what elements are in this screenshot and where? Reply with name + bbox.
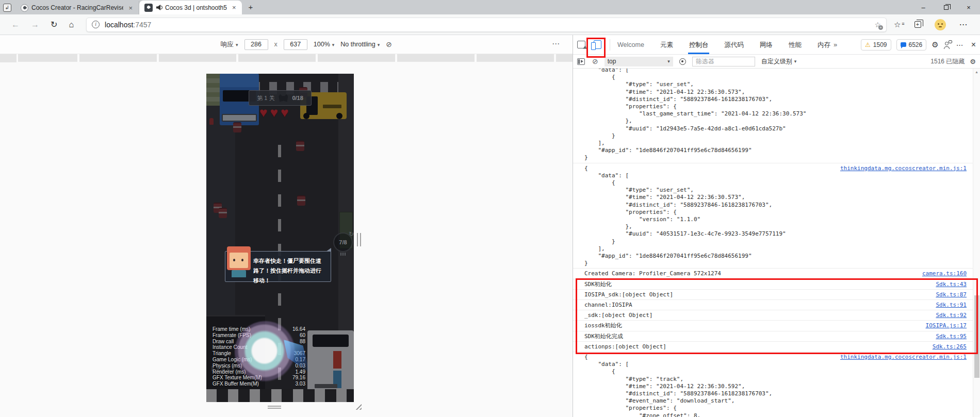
console-filter-input[interactable] <box>692 57 755 66</box>
devtools-panel: Welcome元素控制台源代码网络性能内存 » ⚠1509 6526 ⚙ ⋯ ×… <box>573 35 980 417</box>
devtools-tabs: Welcome元素控制台源代码网络性能内存 <box>616 36 831 54</box>
survivor-avatar <box>227 246 251 278</box>
devtools-settings-icon[interactable]: ⚙ <box>932 40 938 49</box>
cocos-3d-favicon <box>144 4 153 12</box>
viewport-width-input[interactable] <box>244 39 268 50</box>
stat-label: GFX Buffer Mem(M) <box>213 381 259 387</box>
stat-value: 16.64 <box>292 326 305 332</box>
device-mode-dropdown[interactable]: 响应▾ <box>221 40 238 49</box>
clear-console-icon[interactable]: ⊘ <box>592 57 598 65</box>
console-json-message: "data": [ { "#type": "user_set", "#time"… <box>573 69 980 163</box>
favorites-bar-icon[interactable]: ☆≡ <box>894 20 901 29</box>
home-button[interactable]: ⌂ <box>69 20 74 29</box>
devtools-tab[interactable]: 控制台 <box>688 36 710 54</box>
tab-close-icon[interactable]: × <box>231 4 237 11</box>
console-settings-icon[interactable]: ⚙ <box>970 58 976 65</box>
game-viewport[interactable]: 第 1 关 0/18 ♥♥♥ 7/8 ↻ 幸存者快走！僵尸要围住道路了！按住摇杆… <box>206 74 354 402</box>
warnings-badge[interactable]: ⚠1509 <box>861 39 891 51</box>
restore-icon <box>944 5 949 10</box>
console-message-text: { "data": [ { "#type": "track", "#time":… <box>584 354 892 417</box>
url-text: localhost:7457 <box>105 21 151 29</box>
source-link[interactable]: thinkingdata.mg.cocoscreator.min.js:1 <box>840 354 967 361</box>
throttling-dropdown[interactable]: No throttling▾ <box>340 41 380 48</box>
window-controls: – × <box>912 0 980 14</box>
devtools-menu-icon[interactable]: ⋯ <box>956 41 964 49</box>
address-bar[interactable]: i localhost:7457 ☆+ <box>86 18 887 32</box>
profile-avatar[interactable] <box>935 19 946 30</box>
stat-value: 60 <box>300 332 305 339</box>
tutorial-dialog: 幸存者快走！僵尸要围住道路了！按住摇杆并拖动进行移动！ <box>225 251 331 282</box>
new-tab-button[interactable]: + <box>248 3 253 11</box>
collections-icon[interactable]: + <box>914 21 921 28</box>
device-toolbar: 响应▾ x 100%▾ No throttling▾ ⊘ ⋯ <box>0 35 573 54</box>
browser-tab-cocos-3d[interactable]: Cocos 3d | ontshooth5 × <box>139 1 242 14</box>
back-button[interactable]: ← <box>11 20 20 29</box>
console-toolbar: ⊘ top▾ 自定义级别▾ 1516 已隐藏 ⚙ <box>573 55 980 69</box>
stat-label: Draw call <box>213 339 234 345</box>
stat-label: Triangle <box>213 351 231 357</box>
browser-menu-icon[interactable]: ⋯ <box>959 20 968 29</box>
devtools-tab[interactable]: 网络 <box>759 36 774 54</box>
refresh-button[interactable]: ↻ <box>51 20 57 29</box>
more-tabs-icon[interactable]: » <box>834 41 837 48</box>
devtools-tab[interactable]: 性能 <box>788 36 803 54</box>
console-log-area[interactable]: "data": [ { "#type": "user_set", "#time"… <box>573 69 980 417</box>
browser-navbar: ← → ↻ ⌂ i localhost:7457 ☆+ ☆≡ + ⋯ <box>0 14 980 35</box>
live-expression-icon[interactable] <box>679 58 686 65</box>
inspect-element-icon[interactable] <box>577 41 585 48</box>
browser-titlebar: ↲ Cocos Creator - RacingCarRevise × Coco… <box>0 0 980 14</box>
zoom-dropdown[interactable]: 100%▾ <box>314 41 335 48</box>
messages-badge[interactable]: 6526 <box>896 39 927 51</box>
minimize-button[interactable]: – <box>912 0 935 14</box>
chevron-down-icon: ▾ <box>667 59 670 64</box>
message-icon <box>901 42 906 47</box>
chevron-down-icon: ▾ <box>378 42 380 47</box>
forward-button[interactable]: → <box>31 20 39 29</box>
log-level-dropdown[interactable]: 自定义级别▾ <box>761 57 797 66</box>
console-json-message: { "data": [ { "#type": "track", "#time":… <box>573 352 980 417</box>
add-favorite-icon[interactable]: ☆+ <box>875 21 881 29</box>
hidden-messages-count: 1516 已隐藏 <box>930 57 965 66</box>
devtools-tab[interactable]: 源代码 <box>723 36 745 54</box>
audio-playing-icon[interactable] <box>156 5 162 10</box>
source-link[interactable]: camera.ts:160 <box>922 270 967 277</box>
devtools-close-icon[interactable]: × <box>971 40 976 49</box>
devtools-topbar: Welcome元素控制台源代码网络性能内存 » ⚠1509 6526 ⚙ ⋯ × <box>573 35 980 55</box>
rotate-disabled-icon[interactable]: ⊘ <box>386 40 392 48</box>
console-messages: "data": [ { "#type": "user_set", "#time"… <box>573 69 980 417</box>
tutorial-dialog-text: 幸存者快走！僵尸要围住道路了！按住摇杆并拖动进行移动！ <box>253 256 326 286</box>
media-query-bar[interactable] <box>0 54 573 62</box>
devtools-tab[interactable]: Welcome <box>616 36 645 53</box>
viewport-resize-grip[interactable] <box>354 402 362 410</box>
scroll-up-icon[interactable]: ▲ <box>975 70 978 74</box>
restore-button[interactable] <box>935 0 957 14</box>
navbar-right-icons: ☆≡ + ⋯ <box>894 19 967 30</box>
console-sidebar-icon[interactable] <box>577 58 585 65</box>
url-port: :7457 <box>133 21 151 29</box>
viewport-height-input[interactable] <box>284 39 307 50</box>
execution-context-select[interactable]: top▾ <box>605 57 673 66</box>
console-scrollbar[interactable]: ▲ <box>973 69 980 417</box>
tab-close-icon[interactable]: × <box>127 4 134 12</box>
stat-value: 88 <box>300 339 305 345</box>
viewport-resize-handle-right[interactable] <box>357 233 361 246</box>
annotation-box-sdk-logs <box>576 278 978 354</box>
console-message-text: "data": [ { "#type": "user_set", "#time"… <box>584 69 892 162</box>
viewport-resize-handle-bottom[interactable] <box>268 406 281 409</box>
device-toolbar-more-icon[interactable]: ⋯ <box>552 39 560 48</box>
tab-title: Cocos Creator - RacingCarRevise <box>31 4 123 11</box>
site-info-icon[interactable]: i <box>92 21 100 28</box>
console-json-message: { "data": [ { "#type": "user_set", "#tim… <box>573 163 980 269</box>
source-link[interactable]: thinkingdata.mg.cocoscreator.min.js:1 <box>840 165 967 172</box>
tab-actions-icon[interactable]: ↲ <box>3 4 11 12</box>
tab-title: Cocos 3d | ontshooth5 <box>165 4 227 11</box>
console-message-text: Created Camera: Profiler_Camera 572x1274 <box>584 270 892 277</box>
devtools-tab[interactable]: 内存 <box>816 36 831 54</box>
console-log-row: Created Camera: Profiler_Camera 572x1274… <box>573 268 980 278</box>
chevron-down-icon: ▾ <box>236 42 238 47</box>
close-window-button[interactable]: × <box>957 0 980 14</box>
stat-value: 1.49 <box>296 369 305 375</box>
devtools-tab[interactable]: 元素 <box>659 36 674 54</box>
browser-tab-cocos-creator[interactable]: Cocos Creator - RacingCarRevise × <box>15 1 139 14</box>
account-icon[interactable] <box>944 41 951 48</box>
